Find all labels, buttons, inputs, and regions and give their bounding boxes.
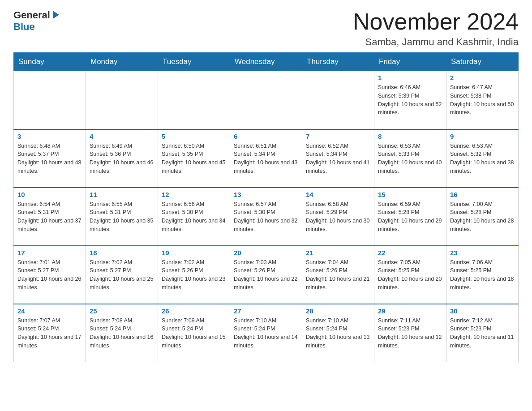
calendar-cell [86, 71, 158, 129]
calendar-cell: 28Sunrise: 7:10 AM Sunset: 5:24 PM Dayli… [302, 304, 374, 362]
calendar-cell: 19Sunrise: 7:02 AM Sunset: 5:26 PM Dayli… [158, 246, 230, 304]
calendar-cell: 1Sunrise: 6:46 AM Sunset: 5:39 PM Daylig… [374, 71, 446, 129]
calendar-cell [14, 71, 86, 129]
calendar-cell: 23Sunrise: 7:06 AM Sunset: 5:25 PM Dayli… [446, 246, 519, 304]
calendar-cell: 25Sunrise: 7:08 AM Sunset: 5:24 PM Dayli… [86, 304, 158, 362]
calendar-cell: 2Sunrise: 6:47 AM Sunset: 5:38 PM Daylig… [446, 71, 519, 129]
calendar-cell: 16Sunrise: 7:00 AM Sunset: 5:28 PM Dayli… [446, 188, 519, 246]
day-info: Sunrise: 7:09 AM Sunset: 5:24 PM Dayligh… [162, 317, 226, 350]
day-info: Sunrise: 6:46 AM Sunset: 5:39 PM Dayligh… [378, 83, 442, 117]
calendar-cell [158, 71, 230, 129]
calendar-cell: 6Sunrise: 6:51 AM Sunset: 5:34 PM Daylig… [230, 129, 302, 188]
svg-marker-0 [53, 11, 59, 19]
calendar-cell: 29Sunrise: 7:11 AM Sunset: 5:23 PM Dayli… [374, 304, 446, 362]
day-number: 17 [17, 249, 82, 257]
calendar-week-row: 10Sunrise: 6:54 AM Sunset: 5:31 PM Dayli… [14, 188, 519, 246]
day-info: Sunrise: 7:02 AM Sunset: 5:27 PM Dayligh… [90, 258, 154, 292]
calendar-title-block: November 2024 Samba, Jammu and Kashmir, … [353, 9, 519, 48]
header-day-thursday: Thursday [302, 53, 374, 71]
calendar-cell: 4Sunrise: 6:49 AM Sunset: 5:36 PM Daylig… [86, 129, 158, 188]
day-info: Sunrise: 6:59 AM Sunset: 5:28 PM Dayligh… [378, 200, 442, 234]
logo-arrow-icon [51, 10, 61, 20]
day-number: 6 [234, 133, 298, 140]
calendar-header: SundayMondayTuesdayWednesdayThursdayFrid… [14, 53, 519, 71]
day-info: Sunrise: 7:06 AM Sunset: 5:25 PM Dayligh… [450, 258, 515, 292]
day-number: 23 [450, 249, 515, 257]
calendar-location: Samba, Jammu and Kashmir, India [353, 36, 519, 48]
day-info: Sunrise: 6:52 AM Sunset: 5:34 PM Dayligh… [306, 142, 370, 176]
day-info: Sunrise: 7:08 AM Sunset: 5:24 PM Dayligh… [90, 317, 154, 350]
day-number: 29 [378, 307, 442, 315]
calendar-cell: 3Sunrise: 6:48 AM Sunset: 5:37 PM Daylig… [14, 129, 86, 188]
day-info: Sunrise: 7:05 AM Sunset: 5:25 PM Dayligh… [378, 258, 442, 292]
calendar-month-year: November 2024 [353, 9, 519, 34]
day-number: 20 [234, 249, 298, 257]
day-info: Sunrise: 6:56 AM Sunset: 5:30 PM Dayligh… [162, 200, 226, 234]
day-info: Sunrise: 7:10 AM Sunset: 5:24 PM Dayligh… [306, 317, 370, 350]
day-info: Sunrise: 6:47 AM Sunset: 5:38 PM Dayligh… [450, 83, 515, 117]
day-info: Sunrise: 7:04 AM Sunset: 5:26 PM Dayligh… [306, 258, 370, 292]
calendar-cell [302, 71, 374, 129]
calendar-cell: 24Sunrise: 7:07 AM Sunset: 5:24 PM Dayli… [14, 304, 86, 362]
day-number: 26 [162, 307, 226, 315]
day-number: 10 [17, 191, 82, 198]
day-info: Sunrise: 6:49 AM Sunset: 5:36 PM Dayligh… [90, 142, 154, 176]
day-number: 28 [306, 307, 370, 315]
day-info: Sunrise: 6:58 AM Sunset: 5:29 PM Dayligh… [306, 200, 370, 234]
calendar-header-row: SundayMondayTuesdayWednesdayThursdayFrid… [14, 53, 519, 71]
logo-blue-text: Blue [13, 21, 35, 32]
header-day-friday: Friday [374, 53, 446, 71]
day-info: Sunrise: 7:07 AM Sunset: 5:24 PM Dayligh… [17, 317, 82, 350]
day-number: 7 [306, 133, 370, 140]
day-number: 19 [162, 249, 226, 257]
day-info: Sunrise: 6:50 AM Sunset: 5:35 PM Dayligh… [162, 142, 226, 176]
header-day-tuesday: Tuesday [158, 53, 230, 71]
header-day-monday: Monday [86, 53, 158, 71]
logo-general-text: General [13, 10, 50, 21]
day-number: 1 [378, 74, 442, 81]
calendar-cell: 11Sunrise: 6:55 AM Sunset: 5:31 PM Dayli… [86, 188, 158, 246]
day-number: 5 [162, 133, 226, 140]
day-number: 30 [450, 307, 515, 315]
calendar-cell: 21Sunrise: 7:04 AM Sunset: 5:26 PM Dayli… [302, 246, 374, 304]
day-number: 4 [90, 133, 154, 140]
calendar-cell: 8Sunrise: 6:53 AM Sunset: 5:33 PM Daylig… [374, 129, 446, 188]
calendar-cell: 7Sunrise: 6:52 AM Sunset: 5:34 PM Daylig… [302, 129, 374, 188]
day-info: Sunrise: 6:55 AM Sunset: 5:31 PM Dayligh… [90, 200, 154, 234]
day-number: 24 [17, 307, 82, 315]
day-info: Sunrise: 7:03 AM Sunset: 5:26 PM Dayligh… [234, 258, 298, 292]
day-number: 3 [17, 133, 82, 140]
calendar-cell: 27Sunrise: 7:10 AM Sunset: 5:24 PM Dayli… [230, 304, 302, 362]
calendar-cell: 17Sunrise: 7:01 AM Sunset: 5:27 PM Dayli… [14, 246, 86, 304]
day-number: 21 [306, 249, 370, 257]
day-number: 16 [450, 191, 515, 198]
calendar-cell: 20Sunrise: 7:03 AM Sunset: 5:26 PM Dayli… [230, 246, 302, 304]
calendar-week-row: 1Sunrise: 6:46 AM Sunset: 5:39 PM Daylig… [14, 71, 519, 129]
day-info: Sunrise: 7:00 AM Sunset: 5:28 PM Dayligh… [450, 200, 515, 234]
calendar-cell: 9Sunrise: 6:53 AM Sunset: 5:32 PM Daylig… [446, 129, 519, 188]
day-number: 13 [234, 191, 298, 198]
calendar-cell: 18Sunrise: 7:02 AM Sunset: 5:27 PM Dayli… [86, 246, 158, 304]
day-number: 27 [234, 307, 298, 315]
calendar-week-row: 17Sunrise: 7:01 AM Sunset: 5:27 PM Dayli… [14, 246, 519, 304]
day-number: 18 [90, 249, 154, 257]
header-day-wednesday: Wednesday [230, 53, 302, 71]
page-header: General Blue November 2024 Samba, Jammu … [13, 9, 519, 48]
logo: General Blue [13, 9, 61, 32]
day-info: Sunrise: 6:53 AM Sunset: 5:32 PM Dayligh… [450, 142, 515, 176]
day-number: 2 [450, 74, 515, 81]
calendar-cell: 13Sunrise: 6:57 AM Sunset: 5:30 PM Dayli… [230, 188, 302, 246]
day-info: Sunrise: 7:01 AM Sunset: 5:27 PM Dayligh… [17, 258, 82, 292]
day-info: Sunrise: 6:53 AM Sunset: 5:33 PM Dayligh… [378, 142, 442, 176]
calendar-cell: 30Sunrise: 7:12 AM Sunset: 5:23 PM Dayli… [446, 304, 519, 362]
calendar-cell [230, 71, 302, 129]
calendar-body: 1Sunrise: 6:46 AM Sunset: 5:39 PM Daylig… [14, 71, 519, 362]
header-day-sunday: Sunday [14, 53, 86, 71]
day-info: Sunrise: 7:12 AM Sunset: 5:23 PM Dayligh… [450, 317, 515, 350]
day-info: Sunrise: 7:02 AM Sunset: 5:26 PM Dayligh… [162, 258, 226, 292]
day-number: 14 [306, 191, 370, 198]
day-info: Sunrise: 6:54 AM Sunset: 5:31 PM Dayligh… [17, 200, 82, 234]
calendar-cell: 22Sunrise: 7:05 AM Sunset: 5:25 PM Dayli… [374, 246, 446, 304]
day-number: 15 [378, 191, 442, 198]
day-number: 11 [90, 191, 154, 198]
